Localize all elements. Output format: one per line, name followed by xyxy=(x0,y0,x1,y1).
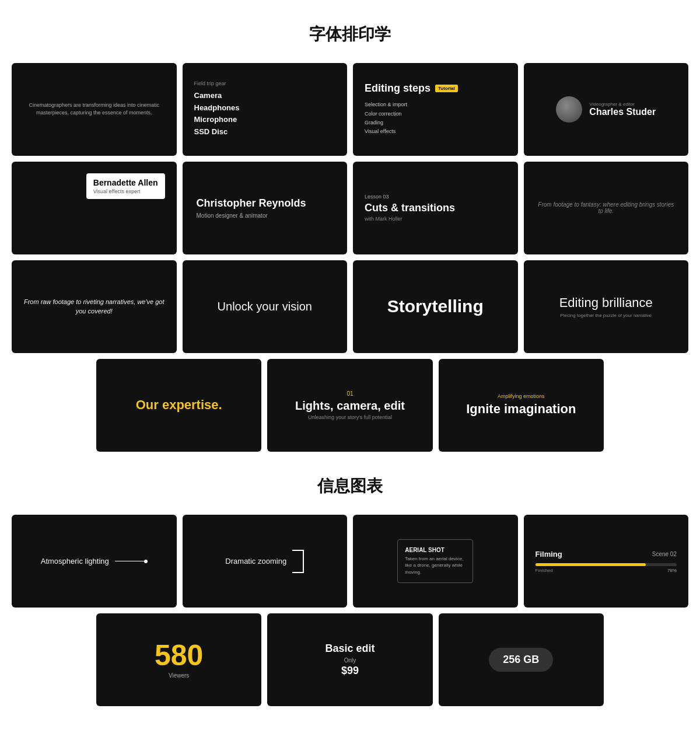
lesson-label: Lesson 03 xyxy=(365,194,389,200)
raw-footage-quote: From raw footage to riveting narratives,… xyxy=(23,297,165,316)
card-dramatic-zooming: Dramatic zooming xyxy=(183,515,348,608)
bernadette-name: Bernadette Allen xyxy=(93,178,158,187)
card-aerial-shot: AERIAL SHOT Taken from an aerial device,… xyxy=(353,515,518,608)
fieldtrip-item-3: Microphone xyxy=(194,114,237,126)
amplify-label: Amplifying emotions xyxy=(498,393,545,399)
card-atmospheric-lighting: Atmospheric lighting xyxy=(12,515,177,608)
section-typography-title: 字体排印学 xyxy=(12,23,688,46)
typography-row4: Our expertise. 01 Lights, camera, edit U… xyxy=(96,359,604,452)
card-editing-steps: Editing steps Tutorial Selection & impor… xyxy=(353,63,518,156)
cuts-title: Cuts & transitions xyxy=(365,202,455,214)
editing-brilliance-title: Editing brilliance xyxy=(559,295,653,310)
card-filming-progress: Filming Scene 02 Finished 78% xyxy=(524,515,689,608)
card-cinematographers: Cinematographers are transforming ideas … xyxy=(12,63,177,156)
editing-steps-title-row: Editing steps Tutorial xyxy=(365,82,458,95)
charles-avatar xyxy=(556,96,582,123)
charles-name: Charles Studer xyxy=(589,107,656,117)
dramatic-bracket xyxy=(292,550,304,573)
editing-steps-title: Editing steps xyxy=(365,82,430,95)
card-christopher-reynolds: Christopher Reynolds Motion designer & a… xyxy=(183,162,348,254)
card-editing-brilliance: Editing brilliance Piecing together the … xyxy=(524,260,689,353)
aerial-desc: Taken from an aerial device, like a dron… xyxy=(405,556,466,575)
filming-scene: Scene 02 xyxy=(652,551,677,557)
fieldtrip-item-1: Camera xyxy=(194,90,222,102)
storage-pill: 256 GB xyxy=(489,648,553,672)
filming-label: Filming xyxy=(536,550,562,559)
lights-title: Lights, camera, edit xyxy=(295,399,405,413)
typography-row2: Bernadette Allen Visual effects expert C… xyxy=(12,162,688,254)
christopher-name: Christopher Reynolds xyxy=(197,197,306,210)
aerial-box: AERIAL SHOT Taken from an aerial device,… xyxy=(397,539,473,583)
filming-header: Filming Scene 02 xyxy=(536,550,677,559)
aerial-title: AERIAL SHOT xyxy=(405,547,466,553)
step-4: Visual effects xyxy=(365,127,396,136)
fieldtrip-label: Field trip gear xyxy=(194,81,226,86)
viewers-label: Viewers xyxy=(169,672,189,679)
atmospheric-text: Atmospheric lighting xyxy=(41,557,109,566)
card-basic-edit: Basic edit Only $99 xyxy=(267,613,432,706)
progress-bar-bg xyxy=(536,563,677,566)
bernadette-namebox: Bernadette Allen Visual effects expert xyxy=(86,173,165,199)
progress-pct: 78% xyxy=(667,568,677,573)
card-footage-fantasy: From footage to fantasy: where editing b… xyxy=(524,162,689,254)
cinematographers-text: Cinematographers are transforming ideas … xyxy=(23,102,165,117)
card-viewers-count: 580 Viewers xyxy=(96,613,261,706)
charles-info: Videographer & editor Charles Studer xyxy=(589,102,656,117)
card-our-expertise: Our expertise. xyxy=(96,359,261,452)
fieldtrip-item-4: SSD Disc xyxy=(194,126,228,138)
unlock-text: Unlock your vision xyxy=(218,300,312,313)
christopher-role: Motion designer & animator xyxy=(197,212,268,219)
storytelling-text: Storytelling xyxy=(387,296,484,316)
bernadette-role: Visual effects expert xyxy=(93,189,158,194)
fieldtrip-item-2: Headphones xyxy=(194,102,240,114)
card-storytelling: Storytelling xyxy=(353,260,518,353)
tutorial-badge: Tutorial xyxy=(435,85,458,92)
basic-edit-only: Only xyxy=(344,657,356,664)
step-3: Grading xyxy=(365,118,383,127)
editing-brilliance-subtitle: Piecing together the puzzle of your narr… xyxy=(560,313,652,318)
card-bernadette-allen: Bernadette Allen Visual effects expert xyxy=(12,162,177,254)
infographic-row2: 580 Viewers Basic edit Only $99 256 GB xyxy=(96,613,604,706)
step-2: Color correction xyxy=(365,110,402,118)
atmospheric-arrow xyxy=(115,560,148,563)
basic-edit-title: Basic edit xyxy=(325,643,374,655)
section-infographic-title: 信息图表 xyxy=(12,475,688,497)
basic-edit-price: $99 xyxy=(341,665,359,677)
card-cuts-transitions: Lesson 03 Cuts & transitions with Mark H… xyxy=(353,162,518,254)
ignite-title: Ignite imagination xyxy=(466,402,576,417)
card-lights-camera-edit: 01 Lights, camera, edit Unleashing your … xyxy=(267,359,432,452)
cuts-subtitle: with Mark Holler xyxy=(365,216,402,222)
card-charles-studer: Videographer & editor Charles Studer xyxy=(524,63,689,156)
footage-quote: From footage to fantasy: where editing b… xyxy=(536,201,677,214)
lights-subtitle: Unleashing your story's full potential xyxy=(308,414,392,420)
progress-label: Finished xyxy=(536,568,553,573)
dramatic-text: Dramatic zooming xyxy=(225,557,286,566)
card-fieldtrip: Field trip gear Camera Headphones Microp… xyxy=(183,63,348,156)
progress-bar-wrap: Finished 78% xyxy=(536,563,677,573)
progress-row: Finished 78% xyxy=(536,568,677,573)
typography-row1: Cinematographers are transforming ideas … xyxy=(12,63,688,156)
charles-label: Videographer & editor xyxy=(589,102,656,107)
card-storage: 256 GB xyxy=(439,613,604,706)
card-unlock-vision: Unlock your vision xyxy=(183,260,348,353)
typography-row3: From raw footage to riveting narratives,… xyxy=(12,260,688,353)
card-raw-footage: From raw footage to riveting narratives,… xyxy=(12,260,177,353)
lights-number: 01 xyxy=(346,390,353,397)
viewers-number: 580 xyxy=(155,641,203,670)
progress-bar-fill xyxy=(536,563,646,566)
expertise-text: Our expertise. xyxy=(136,397,222,413)
infographic-row1: Atmospheric lighting Dramatic zooming AE… xyxy=(12,515,688,608)
step-1: Selection & import xyxy=(365,100,407,109)
card-ignite-imagination: Amplifying emotions Ignite imagination xyxy=(439,359,604,452)
